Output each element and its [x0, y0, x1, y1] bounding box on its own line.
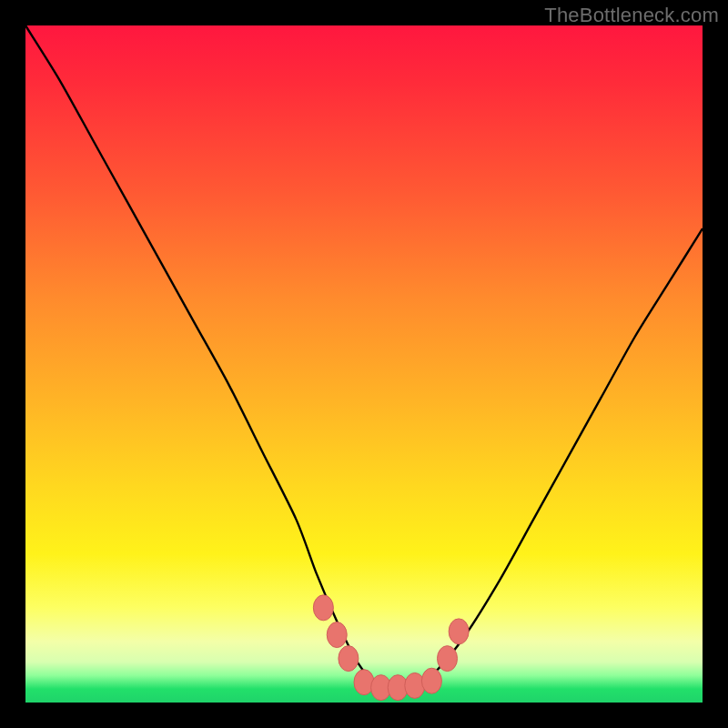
- bottleneck-curve: [25, 25, 703, 689]
- curve-marker: [449, 619, 469, 644]
- curve-marker: [339, 646, 359, 672]
- curve-markers: [313, 595, 469, 701]
- curve-layer: [25, 25, 703, 703]
- curve-marker: [327, 622, 347, 648]
- curve-marker: [421, 668, 441, 693]
- curve-marker: [438, 646, 458, 672]
- outer-frame: TheBottleneck.com: [0, 0, 728, 728]
- curve-marker: [313, 595, 333, 621]
- watermark-text: TheBottleneck.com: [544, 4, 719, 27]
